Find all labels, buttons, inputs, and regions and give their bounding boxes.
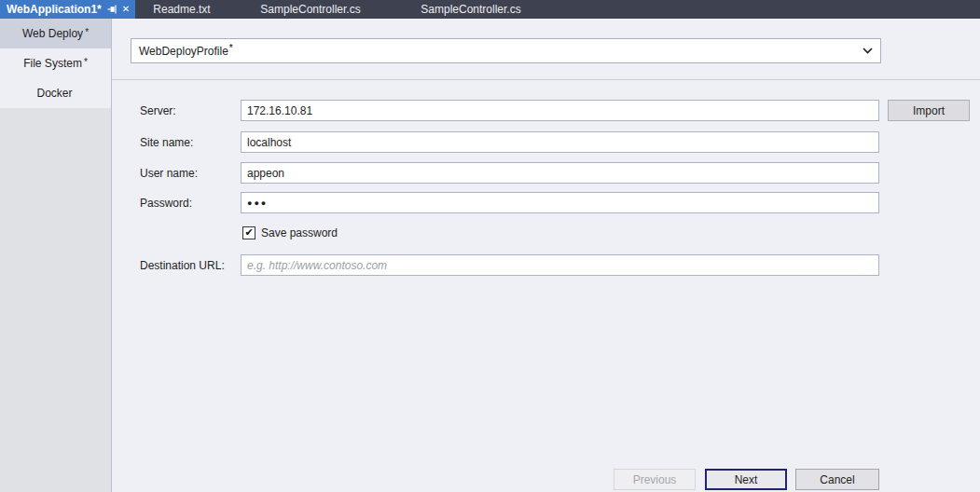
user-name-label: User name:	[140, 162, 238, 184]
server-input[interactable]	[241, 100, 879, 121]
save-password-checkbox[interactable]: ✔	[242, 226, 255, 239]
chevron-down-icon	[863, 48, 873, 54]
tab-readme[interactable]: Readme.txt	[135, 0, 228, 19]
tab-samplecontroller-1[interactable]: SampleController.cs	[228, 0, 393, 19]
publish-settings-window: WebApplication1* ✕ Readme.txt SampleCont…	[0, 0, 980, 492]
publish-profile-value: WebDeployProfile	[139, 45, 228, 58]
modified-asterisk: *	[85, 27, 89, 37]
tab-samplecontroller-1-label: SampleController.cs	[260, 3, 360, 16]
destination-url-label: Destination URL:	[140, 254, 238, 276]
sidebar-item-web-deploy-label: Web Deploy	[22, 27, 83, 40]
save-password-row: ✔ Save password	[242, 226, 338, 239]
cancel-button[interactable]: Cancel	[795, 469, 879, 490]
tab-samplecontroller-2-label: SampleController.cs	[421, 3, 520, 16]
sidebar-item-file-system-label: File System	[23, 57, 82, 70]
tab-webapplication1-label: WebApplication1*	[7, 3, 102, 16]
sidebar-item-docker[interactable]: Docker	[0, 78, 111, 108]
sidebar-item-web-deploy[interactable]: Web Deploy*	[0, 19, 111, 48]
password-label: Password:	[140, 192, 238, 213]
publish-profile-select[interactable]: WebDeployProfile*	[131, 38, 881, 63]
user-name-input[interactable]	[241, 162, 879, 184]
publish-method-sidebar: Web Deploy* File System* Docker	[0, 19, 112, 492]
site-name-label: Site name:	[140, 131, 238, 153]
site-name-input[interactable]	[241, 131, 879, 153]
web-deploy-panel: WebDeployProfile* Server: Import Site na…	[112, 19, 980, 492]
tab-readme-label: Readme.txt	[153, 3, 210, 16]
save-password-label: Save password	[261, 226, 338, 239]
modified-asterisk: *	[84, 57, 88, 67]
destination-url-input[interactable]	[241, 254, 879, 276]
previous-button[interactable]: Previous	[614, 469, 696, 490]
password-input[interactable]	[241, 192, 879, 213]
pin-icon[interactable]	[106, 3, 117, 16]
next-button[interactable]: Next	[705, 469, 787, 490]
tab-samplecontroller-2[interactable]: SampleController.cs	[393, 0, 549, 19]
section-divider	[112, 79, 980, 80]
close-icon[interactable]: ✕	[122, 3, 130, 16]
checkmark-icon: ✔	[244, 227, 253, 238]
document-tabbar: WebApplication1* ✕ Readme.txt SampleCont…	[0, 0, 980, 19]
sidebar-item-file-system[interactable]: File System*	[0, 48, 111, 78]
server-label: Server:	[140, 100, 238, 121]
import-button[interactable]: Import	[888, 100, 970, 121]
sidebar-item-docker-label: Docker	[36, 87, 72, 100]
modified-asterisk: *	[229, 43, 233, 53]
tab-webapplication1[interactable]: WebApplication1* ✕	[0, 0, 135, 19]
